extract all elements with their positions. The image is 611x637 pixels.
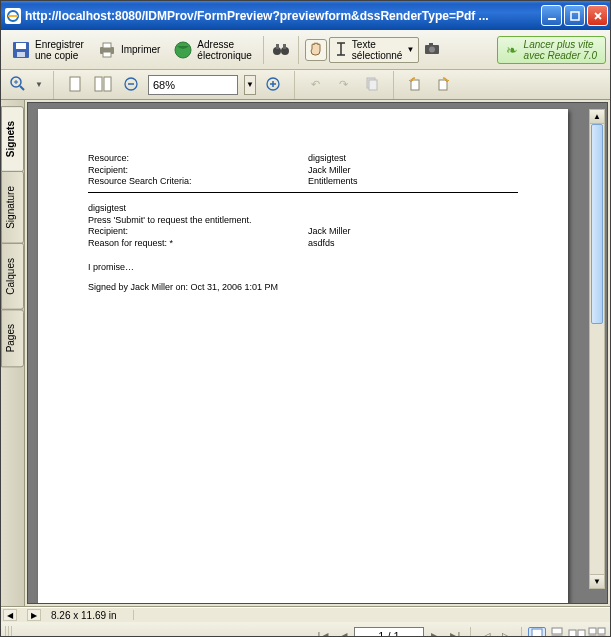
field-value: Jack Miller xyxy=(308,226,518,238)
navigation-pane: Signets Signature Calques Pages xyxy=(1,100,25,606)
rotate-ccw-icon xyxy=(407,76,423,94)
save-copy-button[interactable]: Enregistrer une copie xyxy=(5,36,89,64)
last-page-button[interactable]: ▶| xyxy=(446,627,464,637)
tab-calques[interactable]: Calques xyxy=(1,243,24,310)
zoom-toolbar: ▼ ▼ ↶ ↷ xyxy=(1,70,610,100)
single-page-view[interactable] xyxy=(528,627,546,637)
doc-promise: I promise… xyxy=(88,262,518,274)
window-title: http://localhost:8080/IDMProv/FormPrevie… xyxy=(25,9,541,23)
main-toolbar: Enregistrer une copie Imprimer Adresse é… xyxy=(1,30,610,70)
maximize-button[interactable] xyxy=(564,5,585,26)
field-value: asdfds xyxy=(308,238,518,250)
find-button[interactable] xyxy=(270,39,292,61)
prev-page-button[interactable]: ◀ xyxy=(334,627,352,637)
zoom-tool-button[interactable] xyxy=(7,74,29,96)
forward-icon: ▷ xyxy=(502,630,510,638)
window-titlebar: http://localhost:8080/IDMProv/FormPrevie… xyxy=(1,1,610,30)
facing-icon xyxy=(569,629,585,637)
zoom-input[interactable] xyxy=(148,75,238,95)
vertical-scrollbar[interactable]: ▲ ▼ xyxy=(589,109,605,589)
globe-icon xyxy=(172,39,194,61)
field-value: digsigtest xyxy=(308,153,518,165)
promo-text: Lancer plus vite avec Reader 7.0 xyxy=(524,39,597,61)
scroll-up-button[interactable]: ▲ xyxy=(590,110,604,124)
save-copy-label: Enregistrer une copie xyxy=(35,39,84,61)
toolbar-separator xyxy=(298,36,299,64)
back-button[interactable]: ◁ xyxy=(477,627,495,637)
first-icon: |◀ xyxy=(318,630,329,638)
zoom-in-button[interactable] xyxy=(262,74,284,96)
svg-rect-2 xyxy=(571,12,579,20)
toolbar-separator xyxy=(294,71,295,99)
tab-signets[interactable]: Signets xyxy=(1,106,24,172)
minus-icon xyxy=(124,77,138,93)
svg-rect-29 xyxy=(552,628,562,634)
field-label: Recipient: xyxy=(88,226,308,238)
field-label: Resource Search Criteria: xyxy=(88,176,308,188)
continuous-view[interactable] xyxy=(548,627,566,637)
page-area[interactable]: Resource:digsigtest Recipient:Jack Mille… xyxy=(27,102,608,604)
gripper[interactable] xyxy=(5,626,12,637)
email-button[interactable]: Adresse électronique xyxy=(167,36,256,64)
reader-promo[interactable]: ❧ Lancer plus vite avec Reader 7.0 xyxy=(497,36,606,64)
single-page-icon xyxy=(531,628,543,637)
field-label: Recipient: xyxy=(88,165,308,177)
copy-button[interactable] xyxy=(361,74,383,96)
svg-rect-33 xyxy=(589,628,596,634)
page-icon xyxy=(68,76,82,94)
hand-tool-button[interactable] xyxy=(305,39,327,61)
svg-rect-21 xyxy=(104,77,111,91)
continuous-facing-view[interactable] xyxy=(588,627,606,637)
pages-icon xyxy=(94,76,112,94)
scroll-down-button[interactable]: ▼ xyxy=(590,574,604,588)
pdf-viewer: Signets Signature Calques Pages Resource… xyxy=(1,100,610,607)
svg-rect-14 xyxy=(283,44,286,49)
svg-rect-17 xyxy=(429,43,433,46)
chevron-down-icon[interactable]: ▼ xyxy=(35,80,43,89)
pager-toolbar: |◀ ◀ ▶ ▶| ◁ ▷ xyxy=(1,622,610,637)
document-content: Resource:digsigtest Recipient:Jack Mille… xyxy=(38,109,568,337)
last-icon: ▶| xyxy=(450,630,461,638)
facing-view[interactable] xyxy=(568,627,586,637)
page-number-input[interactable] xyxy=(354,627,424,637)
printer-icon xyxy=(96,39,118,61)
svg-rect-28 xyxy=(532,629,542,637)
toolbar-separator xyxy=(393,71,394,99)
zoom-out-button[interactable] xyxy=(120,74,142,96)
ie-icon xyxy=(5,8,21,24)
tab-signature[interactable]: Signature xyxy=(1,171,24,244)
hscroll-track[interactable] xyxy=(133,610,608,620)
next-icon: ▶ xyxy=(431,630,439,638)
undo-button[interactable]: ↶ xyxy=(305,74,327,96)
facing-pages-button[interactable] xyxy=(92,74,114,96)
floppy-icon xyxy=(10,39,32,61)
print-label: Imprimer xyxy=(121,44,160,55)
close-button[interactable] xyxy=(587,5,608,26)
zoom-dropdown[interactable]: ▼ xyxy=(244,75,256,95)
scroll-thumb[interactable] xyxy=(591,124,603,324)
svg-rect-19 xyxy=(70,77,80,91)
first-page-button[interactable]: |◀ xyxy=(314,627,332,637)
undo-icon: ↶ xyxy=(311,78,320,91)
svg-point-16 xyxy=(429,46,435,52)
doc-signed: Signed by Jack Miller on: Oct 31, 2006 1… xyxy=(88,282,518,294)
chevron-down-icon: ▼ xyxy=(246,80,254,89)
rotate-cw-button[interactable] xyxy=(432,74,454,96)
print-button[interactable]: Imprimer xyxy=(91,36,165,64)
snapshot-button[interactable] xyxy=(421,39,443,61)
svg-rect-34 xyxy=(598,628,605,634)
tab-pages[interactable]: Pages xyxy=(1,309,24,367)
hscroll-right[interactable]: ▶ xyxy=(27,609,41,621)
toolbar-separator xyxy=(53,71,54,99)
svg-rect-31 xyxy=(569,630,576,637)
next-page-button[interactable]: ▶ xyxy=(426,627,444,637)
doc-title: digsigtest xyxy=(88,203,518,215)
single-page-button[interactable] xyxy=(64,74,86,96)
rotate-ccw-button[interactable] xyxy=(404,74,426,96)
forward-button[interactable]: ▷ xyxy=(497,627,515,637)
minimize-button[interactable] xyxy=(541,5,562,26)
redo-button[interactable]: ↷ xyxy=(333,74,355,96)
hscroll-left[interactable]: ◀ xyxy=(3,609,17,621)
text-select-tool[interactable]: Texte sélectionné ▼ xyxy=(329,37,420,63)
svg-rect-32 xyxy=(578,630,585,637)
